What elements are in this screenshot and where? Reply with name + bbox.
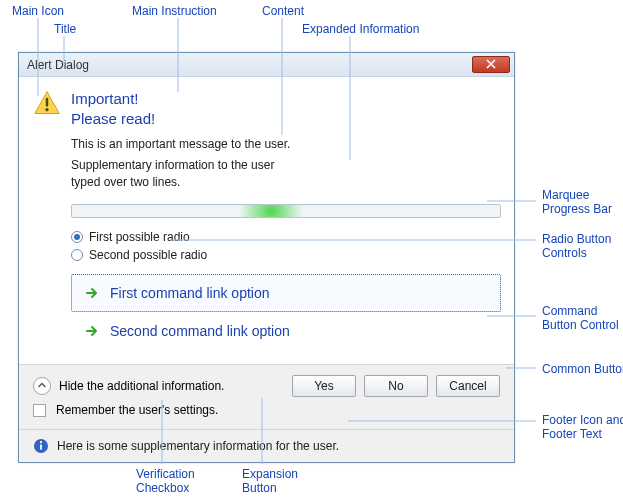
close-button[interactable] [472, 56, 510, 73]
arrow-right-icon [84, 323, 100, 339]
alert-dialog-window: Alert Dialog Important! Please read! Thi… [18, 52, 515, 463]
verification-checkbox[interactable] [33, 404, 46, 417]
info-icon [33, 438, 49, 454]
content-area: This is an important message to the user… [71, 136, 331, 190]
svg-rect-0 [46, 98, 48, 107]
svg-rect-3 [40, 445, 42, 451]
command-link-1[interactable]: First command link option [71, 274, 501, 312]
radio-label: Second possible radio [89, 248, 207, 262]
main-instruction: Important! Please read! [71, 89, 155, 128]
callout-cmdbtn: Command Button Control [540, 304, 621, 332]
radio-group: First possible radio Second possible rad… [71, 228, 500, 264]
command-link-label: First command link option [110, 285, 270, 301]
command-links: First command link option Second command… [71, 274, 501, 350]
main-instruction-line1: Important! [71, 89, 155, 109]
common-buttons: Yes No Cancel [292, 375, 500, 397]
footer-area: Here is some supplementary information f… [19, 429, 514, 462]
titlebar[interactable]: Alert Dialog [19, 53, 514, 77]
window-title: Alert Dialog [27, 58, 89, 72]
radio-label: First possible radio [89, 230, 190, 244]
footer-text: Here is some supplementary information f… [57, 439, 339, 453]
callout-main-instruction: Main Instruction [130, 4, 219, 18]
callout-content: Content [260, 4, 306, 18]
callout-marquee: Marquee Progress Bar [540, 188, 614, 216]
radio-icon [71, 249, 83, 261]
callout-expanded-info: Expanded Information [300, 22, 421, 36]
callout-radios: Radio Button Controls [540, 232, 613, 260]
main-instruction-line2: Please read! [71, 109, 155, 129]
marquee-progress-bar [71, 204, 501, 218]
verification-label: Remember the user's settings. [56, 403, 218, 417]
no-button[interactable]: No [364, 375, 428, 397]
callout-main-icon: Main Icon [10, 4, 66, 18]
svg-point-1 [45, 108, 48, 111]
cancel-button[interactable]: Cancel [436, 375, 500, 397]
callout-verification: Verification Checkbox [134, 467, 197, 495]
callout-common-buttons: Common Buttons [540, 362, 623, 376]
chevron-up-icon [37, 379, 47, 393]
close-icon [486, 58, 496, 72]
radio-option-1[interactable]: First possible radio [71, 228, 500, 246]
command-link-2[interactable]: Second command link option [71, 312, 501, 350]
callout-footer: Footer Icon and Footer Text [540, 413, 623, 441]
content-text: This is an important message to the user… [71, 136, 331, 153]
yes-button[interactable]: Yes [292, 375, 356, 397]
dialog-body: Important! Please read! This is an impor… [19, 77, 514, 364]
warning-icon [33, 89, 61, 117]
radio-option-2[interactable]: Second possible radio [71, 246, 500, 264]
arrow-right-icon [84, 285, 100, 301]
command-link-label: Second command link option [110, 323, 290, 339]
svg-point-4 [40, 441, 42, 443]
expansion-button[interactable] [33, 377, 51, 395]
expanded-information-text: Supplementary information to the user ty… [71, 157, 301, 191]
expand-panel: Hide the additional information. Yes No … [19, 364, 514, 429]
callout-expansion: Expansion Button [240, 467, 300, 495]
callout-title: Title [52, 22, 78, 36]
expansion-label: Hide the additional information. [59, 379, 224, 393]
radio-icon [71, 231, 83, 243]
